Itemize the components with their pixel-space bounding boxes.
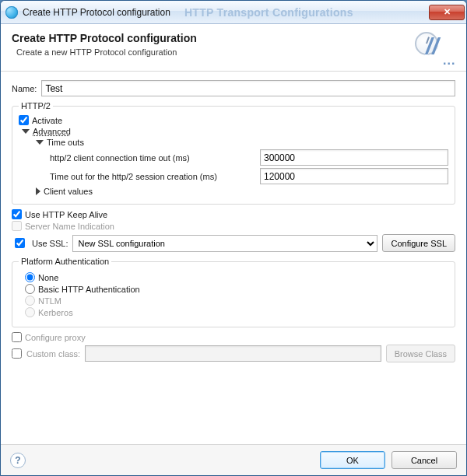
- auth-ntlm-label: NTLM: [38, 296, 61, 306]
- advanced-expander[interactable]: Advanced: [22, 127, 448, 136]
- sess-timeout-row: Time out for the http/2 session creation…: [50, 168, 448, 184]
- custom-class-input: [85, 345, 381, 362]
- auth-ntlm-radio: [25, 296, 35, 306]
- client-values-label: Client values: [44, 187, 93, 196]
- auth-legend: Platform Authentication: [19, 257, 111, 266]
- activate-label: Activate: [32, 116, 62, 125]
- timeouts-label: Time outs: [47, 138, 84, 147]
- sni-label: Server Name Indication: [25, 222, 114, 231]
- conn-timeout-input[interactable]: [260, 149, 448, 166]
- auth-kerberos-row: Kerberos: [25, 307, 445, 317]
- auth-none-radio[interactable]: [25, 272, 35, 282]
- timeouts-expander[interactable]: Time outs: [36, 138, 448, 147]
- app-icon: [5, 6, 18, 19]
- configure-ssl-button[interactable]: Configure SSL: [382, 234, 455, 252]
- titlebar[interactable]: Create HTTP Protocol configuration HTTP …: [1, 1, 466, 24]
- dialog-window: Create HTTP Protocol configuration HTTP …: [0, 0, 467, 476]
- name-row: Name:: [12, 80, 455, 96]
- proxy-row: Configure proxy: [12, 332, 455, 342]
- ssl-row: Use SSL: New SSL configuration Configure…: [12, 234, 455, 252]
- header-decoration-icon: // ...: [412, 32, 455, 63]
- auth-group: Platform Authentication None Basic HTTP …: [12, 257, 455, 327]
- auth-ntlm-row: NTLM: [25, 296, 445, 306]
- keepalive-row: Use HTTP Keep Alive: [12, 209, 455, 219]
- dialog-footer: ? OK Cancel: [1, 444, 466, 475]
- proxy-label: Configure proxy: [25, 333, 86, 342]
- window-title: Create HTTP Protocol configuration: [23, 7, 170, 18]
- activate-checkbox[interactable]: [19, 115, 29, 125]
- custom-class-row: Custom class: Browse Class: [12, 345, 455, 362]
- browse-class-button: Browse Class: [386, 345, 455, 362]
- close-icon: ✕: [444, 7, 451, 17]
- auth-basic-row: Basic HTTP Authentication: [25, 284, 445, 294]
- auth-kerberos-label: Kerberos: [38, 308, 73, 317]
- name-label: Name:: [12, 84, 37, 93]
- keepalive-checkbox[interactable]: [12, 209, 22, 219]
- chevron-down-icon: [36, 140, 44, 145]
- cancel-button[interactable]: Cancel: [392, 451, 457, 469]
- auth-basic-label: Basic HTTP Authentication: [38, 285, 140, 294]
- dialog-header: Create HTTP Protocol configuration Creat…: [1, 24, 466, 72]
- use-ssl-checkbox[interactable]: [15, 238, 25, 248]
- conn-timeout-row: http/2 client connection time out (ms): [50, 149, 448, 166]
- chevron-down-icon: [22, 129, 30, 134]
- http2-legend: HTTP/2: [19, 101, 53, 110]
- help-button[interactable]: ?: [10, 453, 26, 468]
- auth-none-row: None: [25, 272, 445, 282]
- header-title: Create HTTP Protocol configuration: [12, 32, 412, 44]
- chevron-right-icon: [36, 187, 40, 195]
- name-input[interactable]: [41, 80, 455, 96]
- proxy-checkbox[interactable]: [12, 332, 22, 342]
- sess-timeout-label: Time out for the http/2 session creation…: [50, 172, 260, 181]
- use-ssl-label: Use SSL:: [32, 239, 68, 248]
- sess-timeout-input[interactable]: [260, 168, 448, 184]
- sni-checkbox: [12, 221, 22, 231]
- background-window-title: HTTP Transport Configurations: [184, 6, 353, 19]
- custom-class-checkbox[interactable]: [12, 348, 22, 359]
- header-subtitle: Create a new HTTP Protocol configuration: [16, 47, 412, 57]
- close-button[interactable]: ✕: [429, 5, 465, 20]
- sni-row: Server Name Indication: [12, 221, 455, 231]
- advanced-label: Advanced: [33, 127, 71, 136]
- dialog-content: Name: HTTP/2 Activate Advanced Time outs…: [1, 72, 466, 444]
- auth-kerberos-radio: [25, 307, 35, 317]
- keepalive-label: Use HTTP Keep Alive: [25, 210, 107, 219]
- activate-row: Activate: [19, 115, 448, 125]
- client-values-expander[interactable]: Client values: [36, 187, 448, 196]
- ok-button[interactable]: OK: [320, 451, 385, 469]
- conn-timeout-label: http/2 client connection time out (ms): [50, 153, 260, 163]
- help-icon: ?: [15, 455, 20, 466]
- http2-group: HTTP/2 Activate Advanced Time outs http/…: [12, 101, 455, 205]
- timeouts-panel: http/2 client connection time out (ms) T…: [50, 149, 448, 184]
- ssl-config-select[interactable]: New SSL configuration: [72, 235, 377, 252]
- auth-basic-radio[interactable]: [25, 284, 35, 294]
- custom-class-label: Custom class:: [26, 349, 80, 359]
- auth-none-label: None: [38, 273, 58, 282]
